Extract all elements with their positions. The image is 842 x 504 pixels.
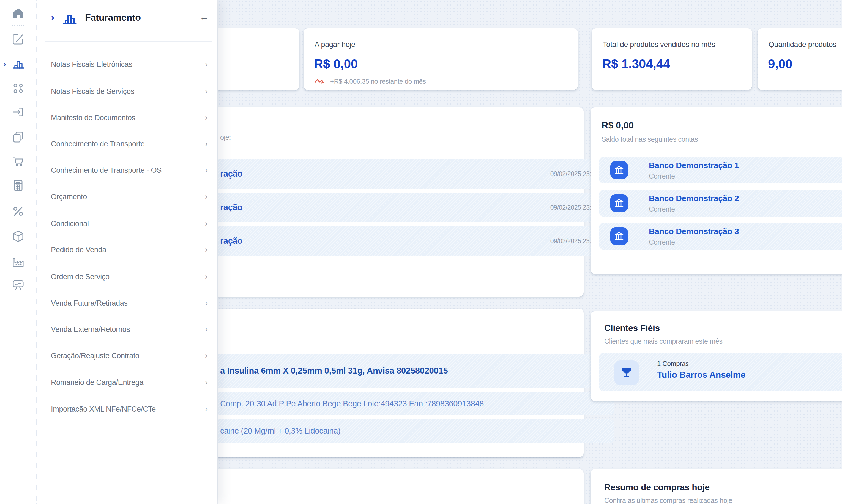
copy-icon[interactable] <box>12 130 25 144</box>
bank-type: Corrente <box>649 238 675 246</box>
bank-type: Corrente <box>649 205 675 213</box>
accounts-card: R$ 0,00 Saldo total nas seguintes contas… <box>591 107 842 274</box>
bank-name: Banco Demonstração 3 <box>649 227 739 236</box>
bank-icon <box>610 194 628 212</box>
drawer-title: Faturamento <box>85 12 141 23</box>
menu-item-notas-fiscais-eletronicas[interactable]: Notas Fiscais Eletrônicas › <box>36 57 217 72</box>
factory-icon[interactable] <box>12 255 25 268</box>
accounts-subtitle: Saldo total nas seguintes contas <box>602 136 698 143</box>
activity-row-text: ração <box>220 169 243 179</box>
stat-value: 9,00 <box>768 56 792 71</box>
stat-card-quantidade: Quantidade produtos 9,00 <box>757 28 842 90</box>
billing-chart-icon[interactable] <box>12 57 25 70</box>
percent-icon[interactable] <box>12 205 25 218</box>
divider <box>12 25 24 26</box>
trophy-icon <box>614 360 639 385</box>
billing-chart-icon <box>61 10 77 26</box>
calculator-icon[interactable] <box>12 179 25 192</box>
bank-icon <box>610 227 628 245</box>
bank-account-row[interactable]: Banco Demonstração 2 Corrente <box>599 190 842 217</box>
modules-icon[interactable] <box>12 82 25 95</box>
presentation-icon[interactable] <box>12 278 25 291</box>
chevron-right-icon: › <box>205 245 208 254</box>
chevron-right-icon: › <box>51 12 54 22</box>
chevron-right-icon: › <box>205 219 208 228</box>
divider <box>46 41 212 42</box>
purchases-summary-title: Resumo de compras hoje <box>604 482 710 492</box>
menu-item-romaneio-de-carga-entrega[interactable]: Romaneio de Carga/Entrega › <box>36 375 217 390</box>
activity-row[interactable]: ração 09/02/2025 23:36:58 <box>211 226 614 256</box>
product-row[interactable]: Comp. 20-30 Ad P Pe Aberto Bege Bege Lot… <box>211 392 614 415</box>
bank-name: Banco Demonstração 1 <box>649 161 739 170</box>
chevron-right-icon: › <box>205 139 208 148</box>
customer-name: Tulio Barros Anselme <box>657 370 746 380</box>
menu-item-venda-futura-retiradas[interactable]: Venda Futura/Retiradas › <box>36 295 217 311</box>
chevron-right-icon: › <box>205 86 208 96</box>
menu-item-venda-externa-retornos[interactable]: Venda Externa/Retornos › <box>36 322 217 337</box>
menu-item-geracao-reajuste-contrato[interactable]: Geração/Reajuste Contrato › <box>36 348 217 363</box>
menu-item-notas-fiscais-de-servicos[interactable]: Notas Fiscais de Serviços › <box>36 84 217 99</box>
menu-item-manifesto-de-documentos[interactable]: Manifesto de Documentos › <box>36 110 217 125</box>
bank-icon <box>610 161 628 179</box>
menu-item-pedido-de-venda[interactable]: Pedido de Venda › <box>36 242 217 257</box>
activity-partial-subtitle: oje: <box>220 133 231 141</box>
cart-icon[interactable] <box>12 155 25 168</box>
bottom-left-card <box>154 469 584 504</box>
chevron-right-icon: › <box>205 165 208 175</box>
product-row[interactable]: caine (20 Mg/ml + 0,3% Lidocaina) <box>211 419 614 443</box>
stat-card-a-pagar: A pagar hoje R$ 0,00 +R$ 4.006,35 no res… <box>304 28 578 90</box>
product-row-text: caine (20 Mg/ml + 0,3% Lidocaina) <box>220 427 340 435</box>
faturamento-drawer: › Faturamento ← Notas Fiscais Eletrônica… <box>36 0 217 504</box>
products-card: a Insulina 6mm X 0,25mm 0,5ml 31g, Anvis… <box>154 309 584 457</box>
activity-card: oje: ração 09/02/2025 23:36:58 ração 09/… <box>154 107 584 296</box>
activity-row[interactable]: ração 09/02/2025 23:36:58 <box>211 193 614 222</box>
login-icon[interactable] <box>12 105 25 119</box>
product-row[interactable]: a Insulina 6mm X 0,25mm 0,5ml 31g, Anvis… <box>211 354 614 388</box>
stat-label: Quantidade produtos <box>769 40 837 49</box>
menu-item-importacao-xml[interactable]: Importação XML NFe/NFCe/CTe › <box>36 401 217 417</box>
loyal-customers-card: Clientes Fiéis Clientes que mais comprar… <box>591 311 842 401</box>
activity-row[interactable]: ração 09/02/2025 23:36:58 <box>211 159 614 189</box>
menu-item-condicional[interactable]: Condicional › <box>36 216 217 231</box>
menu-item-ordem-de-servico[interactable]: Ordem de Serviço › <box>36 269 217 285</box>
home-icon[interactable] <box>12 7 25 20</box>
stat-card-vendidos: Total de produtos vendidos no mês R$ 1.3… <box>592 28 752 90</box>
chevron-right-icon: › <box>205 404 208 413</box>
menu-item-conhecimento-de-transporte[interactable]: Conhecimento de Transporte › <box>36 136 217 151</box>
product-row-text: a Insulina 6mm X 0,25mm 0,5ml 31g, Anvis… <box>220 366 448 376</box>
stat-value: R$ 1.304,44 <box>602 56 670 71</box>
activity-row-text: ração <box>220 202 243 212</box>
purchases-summary-card: Resumo de compras hoje Confira as última… <box>591 469 842 504</box>
bank-account-row[interactable]: Banco Demonstração 1 Corrente <box>599 157 842 183</box>
active-chevron-icon: › <box>3 60 6 68</box>
icon-sidebar: › <box>0 0 37 504</box>
bank-name: Banco Demonstração 2 <box>649 194 739 203</box>
activity-row-text: ração <box>220 236 243 246</box>
menu-item-orcamento[interactable]: Orçamento › <box>36 189 217 204</box>
package-icon[interactable] <box>12 230 25 243</box>
stat-label: A pagar hoje <box>315 40 355 49</box>
stat-value: R$ 0,00 <box>314 56 358 71</box>
customer-purchases: 1 Compras <box>657 360 689 367</box>
loyal-customers-title: Clientes Fiéis <box>604 323 660 333</box>
chevron-right-icon: › <box>205 324 208 334</box>
menu-item-conhecimento-de-transporte-os[interactable]: Conhecimento de Transporte - OS › <box>36 163 217 178</box>
drawer-header: › Faturamento ← <box>36 8 217 28</box>
chevron-right-icon: › <box>205 192 208 201</box>
edit-icon[interactable] <box>12 33 25 46</box>
customer-row[interactable]: 1 Compras Tulio Barros Anselme <box>599 353 842 391</box>
collapse-drawer-button[interactable]: ← <box>199 11 210 22</box>
chevron-right-icon: › <box>205 351 208 360</box>
accounts-total: R$ 0,00 <box>602 120 634 131</box>
stat-label: Total de produtos vendidos no mês <box>603 40 715 49</box>
loyal-customers-subtitle: Clientes que mais compraram este mês <box>604 337 722 345</box>
chevron-right-icon: › <box>205 298 208 308</box>
chevron-right-icon: › <box>205 377 208 387</box>
chevron-right-icon: › <box>205 113 208 122</box>
chevron-right-icon: › <box>205 59 208 69</box>
bank-account-row[interactable]: Banco Demonstração 3 Corrente <box>599 223 842 250</box>
bank-type: Corrente <box>649 172 675 180</box>
stat-note: +R$ 4.006,35 no restante do mês <box>330 77 426 85</box>
trend-down-icon <box>314 78 325 85</box>
chevron-right-icon: › <box>205 272 208 281</box>
